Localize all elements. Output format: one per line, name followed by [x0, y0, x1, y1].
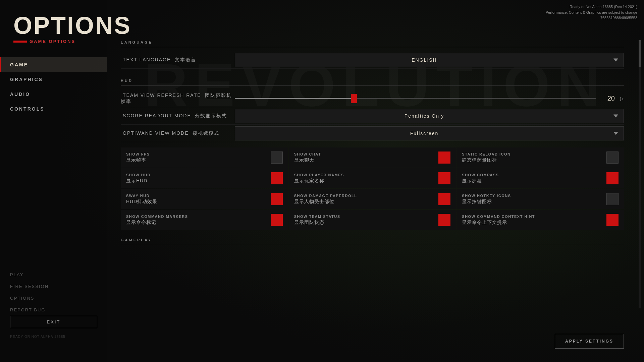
exit-button[interactable]: EXIT: [10, 316, 97, 328]
score-readout-value[interactable]: Penalties Only: [235, 109, 624, 123]
toggle-button-show-team-status[interactable]: [438, 214, 450, 226]
nav-item-play[interactable]: PLAY: [0, 269, 107, 281]
main-nav: GAME GRAPHICS AUDIO CONTROLS: [0, 57, 107, 116]
score-readout-row: SCORE READOUT MODE 分数显示模式 Penalties Only: [121, 107, 624, 125]
toggle-item-show-hud: SHOW HUD显示HUD: [121, 168, 288, 188]
logo-title: OPTIONS: [13, 13, 97, 38]
toggle-item-show-team-status: SHOW TEAM STATUS显示团队状态: [289, 210, 456, 230]
version-line3: 765661988848685553: [546, 15, 637, 21]
text-language-value[interactable]: ENGLISH: [235, 53, 624, 67]
toggle-button-show-command-context-hint[interactable]: [606, 214, 619, 226]
toggle-label-show-hud: SHOW HUD显示HUD: [126, 173, 271, 184]
version-info: Ready or Not Alpha 16685 (Dec 14 2021) P…: [546, 4, 637, 21]
toggle-item-show-player-names: SHOW PLAYER NAMES显示玩家名称: [289, 168, 456, 188]
toggle-button-static-reload-icon[interactable]: [606, 152, 619, 164]
nav-item-graphics[interactable]: GRAPHICS: [0, 72, 107, 87]
toggle-button-show-damage-paperdoll[interactable]: [438, 193, 450, 205]
toggle-item-show-damage-paperdoll: SHOW DAMAGE PAPERDOLL显示人物受击部位: [289, 189, 456, 209]
toggle-item-show-compass: SHOW COMPASS显示罗盘: [457, 168, 624, 188]
toggle-item-show-command-markers: SHOW COMMAND MARKERS显示命令标记: [121, 210, 288, 230]
toggle-button-sway-hud[interactable]: [271, 193, 283, 205]
logo-subtitle: GAME OPTIONS: [30, 39, 75, 44]
optiwand-view-dropdown[interactable]: Fullscreen: [235, 126, 624, 140]
nav-item-controls[interactable]: CONTROLS: [0, 102, 107, 116]
version-line2: Performance, Content & Graphics are subj…: [546, 10, 637, 15]
slider-arrow-icon: ▷: [620, 96, 624, 101]
main-content: Ready or Not Alpha 16685 (Dec 14 2021) P…: [107, 0, 644, 362]
text-language-label: TEXT LANGUAGE 文本语言: [121, 57, 235, 63]
hud-section: HUD TEAM VIEW REFRESH RATE 团队摄影机帧率 20 ▷ …: [121, 79, 624, 230]
slider-fill: [235, 98, 354, 99]
toggle-label-show-damage-paperdoll: SHOW DAMAGE PAPERDOLL显示人物受击部位: [294, 193, 439, 205]
nav-item-fire-session[interactable]: FIRE SESSION: [0, 281, 107, 292]
optiwand-view-label: OPTIWAND VIEW MODE 窥视镜模式: [121, 130, 235, 136]
gameplay-section-header: GAMEPLAY: [121, 238, 624, 245]
gameplay-section: GAMEPLAY: [121, 238, 624, 245]
sidebar: OPTIONS GAME OPTIONS GAME GRAPHICS AUDIO…: [0, 0, 107, 362]
apply-settings-button[interactable]: APPLY SETTINGS: [555, 334, 624, 349]
optiwand-view-value[interactable]: Fullscreen: [235, 126, 624, 140]
toggle-button-show-fps[interactable]: [271, 152, 283, 164]
toggle-label-static-reload-icon: STATIC RELOAD ICON静态弹药量图标: [462, 152, 606, 164]
toggle-label-show-command-context-hint: SHOW COMMAND CONTEXT HINT显示命令上下文提示: [462, 214, 606, 226]
score-readout-label: SCORE READOUT MODE 分数显示模式: [121, 113, 235, 119]
hud-section-header: HUD: [121, 79, 624, 86]
score-readout-dropdown[interactable]: Penalties Only: [235, 109, 624, 123]
toggle-label-show-chat: SHOW CHAT显示聊天: [294, 152, 439, 164]
toggle-label-show-team-status: SHOW TEAM STATUS显示团队状态: [294, 214, 439, 226]
toggle-item-show-chat: SHOW CHAT显示聊天: [289, 147, 456, 168]
toggle-label-show-command-markers: SHOW COMMAND MARKERS显示命令标记: [126, 214, 271, 226]
toggle-label-sway-hud: SWAY HUDHUD抖动效果: [126, 193, 271, 205]
toggle-item-sway-hud: SWAY HUDHUD抖动效果: [121, 189, 288, 209]
toggle-button-show-chat[interactable]: [438, 152, 450, 164]
red-accent-bar: [13, 41, 27, 43]
toggle-item-static-reload-icon: STATIC RELOAD ICON静态弹药量图标: [457, 147, 624, 168]
optiwand-arrow-icon: [613, 132, 618, 135]
team-view-refresh-value: 20: [601, 95, 615, 102]
dropdown-arrow-icon: [613, 58, 618, 61]
build-info: READY OR NOT ALPHA 16685: [0, 335, 107, 342]
version-line1: Ready or Not Alpha 16685 (Dec 14 2021): [546, 4, 637, 10]
nav-item-audio[interactable]: AUDIO: [0, 87, 107, 102]
toggle-button-show-compass[interactable]: [606, 172, 619, 184]
toggle-item-show-fps: SHOW FPS显示帧率: [121, 147, 288, 168]
logo-area: OPTIONS GAME OPTIONS: [0, 0, 107, 51]
team-view-refresh-slider-container: 20 ▷: [235, 95, 624, 102]
text-language-dropdown[interactable]: ENGLISH: [235, 53, 624, 67]
toggle-label-show-compass: SHOW COMPASS显示罗盘: [462, 173, 606, 184]
language-section: LANGUAGE TEXT LANGUAGE 文本语言 ENGLISH: [121, 40, 624, 69]
score-readout-arrow-icon: [613, 114, 618, 117]
logo-subtitle-bar: GAME OPTIONS: [13, 39, 97, 44]
hud-toggles-grid: SHOW FPS显示帧率SHOW CHAT显示聊天STATIC RELOAD I…: [121, 147, 624, 230]
team-view-refresh-row: TEAM VIEW REFRESH RATE 团队摄影机帧率 20 ▷: [121, 90, 624, 107]
nav-item-options[interactable]: OPTIONS: [0, 292, 107, 304]
toggle-item-show-command-context-hint: SHOW COMMAND CONTEXT HINT显示命令上下文提示: [457, 210, 624, 230]
team-view-refresh-slider[interactable]: [235, 98, 596, 99]
bottom-nav: PLAY FIRE SESSION OPTIONS REPORT BUG EXI…: [0, 269, 107, 362]
toggle-label-show-hotkey-icons: SHOW HOTKEY ICONS显示按键图标: [462, 193, 606, 205]
toggle-label-show-player-names: SHOW PLAYER NAMES显示玩家名称: [294, 173, 439, 184]
toggle-item-show-hotkey-icons: SHOW HOTKEY ICONS显示按键图标: [457, 189, 624, 209]
toggle-button-show-hud[interactable]: [271, 172, 283, 184]
toggle-button-show-command-markers[interactable]: [271, 214, 283, 226]
slider-thumb[interactable]: [351, 94, 357, 103]
team-view-refresh-label: TEAM VIEW REFRESH RATE 团队摄影机帧率: [121, 93, 235, 105]
language-section-header: LANGUAGE: [121, 40, 624, 47]
toggle-label-show-fps: SHOW FPS显示帧率: [126, 152, 271, 164]
toggle-button-show-player-names[interactable]: [438, 172, 450, 184]
nav-item-game[interactable]: GAME: [0, 57, 107, 72]
optiwand-view-row: OPTIWAND VIEW MODE 窥视镜模式 Fullscreen: [121, 125, 624, 142]
text-language-row: TEXT LANGUAGE 文本语言 ENGLISH: [121, 51, 624, 69]
toggle-button-show-hotkey-icons[interactable]: [606, 193, 619, 205]
nav-item-report-bug[interactable]: REPORT BUG: [0, 304, 107, 316]
